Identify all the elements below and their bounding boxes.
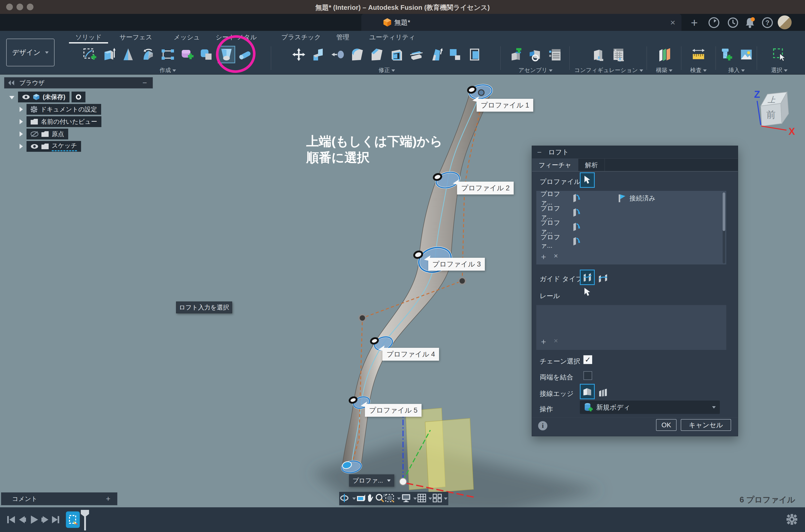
- guide-type-rails-button[interactable]: [581, 270, 594, 284]
- loft-dialog-titlebar[interactable]: − ロフト: [532, 146, 738, 159]
- rails-list-empty[interactable]: + ×: [536, 305, 727, 350]
- profile-select-button[interactable]: [581, 173, 594, 187]
- browser-item-named-views[interactable]: 名前の付いたビュー: [20, 116, 101, 127]
- bom-table-icon[interactable]: [547, 46, 563, 62]
- draft-icon[interactable]: [428, 46, 444, 62]
- notifications-bell-icon[interactable]: [743, 16, 756, 29]
- add-profile-button[interactable]: +: [541, 252, 546, 262]
- loft-icon[interactable]: [219, 46, 235, 62]
- profiles-scrollbar[interactable]: [723, 192, 725, 263]
- insert-fastener-icon[interactable]: [719, 46, 735, 62]
- insert-canvas-icon[interactable]: [738, 46, 754, 62]
- profiles-list[interactable]: プロファ... 接続済み プロファ... プロファ... プロファ... + ×: [536, 191, 727, 265]
- sweep-icon[interactable]: [140, 46, 156, 62]
- document-tab[interactable]: 無題* ×: [361, 14, 681, 31]
- cancel-button[interactable]: キャンセル: [681, 419, 731, 431]
- tab-close-icon[interactable]: ×: [670, 18, 675, 27]
- operation-dropdown[interactable]: 新規ボディ: [580, 401, 720, 414]
- look-at-icon[interactable]: [356, 494, 366, 503]
- origin-point[interactable]: [399, 478, 407, 485]
- new-tab-button[interactable]: +: [688, 16, 701, 29]
- zoom-icon[interactable]: ±: [375, 493, 385, 504]
- rule-pattern-icon[interactable]: [160, 46, 176, 62]
- chevron-right-icon[interactable]: [20, 107, 23, 112]
- chain-select-checkbox[interactable]: ✓: [583, 355, 592, 364]
- press-pull-icon[interactable]: [311, 46, 326, 62]
- job-status-clock-icon[interactable]: [726, 16, 740, 29]
- comments-panel-bar[interactable]: コメント +: [1, 492, 117, 505]
- group-label-modify[interactable]: 修正: [273, 66, 500, 74]
- ribbon-tab-manage[interactable]: 管理: [336, 33, 349, 41]
- group-label-inspect[interactable]: 検査: [682, 66, 714, 74]
- group-label-construct[interactable]: 構築: [649, 66, 680, 74]
- viewcube[interactable]: 上 前 Z X: [754, 89, 795, 137]
- profile-list-row[interactable]: プロファ...: [536, 220, 726, 234]
- flip-direction-icon[interactable]: [572, 193, 580, 203]
- ribbon-tab-mesh[interactable]: メッシュ: [174, 33, 200, 41]
- chamfer-icon[interactable]: [369, 46, 385, 62]
- browser-item-sketches[interactable]: スケッチ: [20, 141, 81, 152]
- fillet-icon[interactable]: [350, 46, 366, 62]
- eye-slash-icon[interactable]: [31, 131, 38, 137]
- display-dropdown-caret[interactable]: [413, 497, 417, 500]
- timeline-settings-gear-icon[interactable]: [786, 514, 797, 526]
- chevron-right-icon[interactable]: [20, 131, 23, 137]
- ribbon-tab-solid[interactable]: ソリッド: [75, 33, 102, 41]
- configuration-table-icon[interactable]: [611, 46, 626, 62]
- display-settings-icon[interactable]: [401, 494, 411, 504]
- revolve-icon[interactable]: [121, 46, 137, 62]
- extensions-icon[interactable]: [707, 16, 720, 29]
- orbit-icon[interactable]: [340, 493, 350, 504]
- add-comment-button[interactable]: +: [106, 494, 110, 503]
- sketch-node-1[interactable]: [459, 278, 466, 284]
- create-sketch-icon[interactable]: [81, 46, 97, 62]
- collapse-panel-icon[interactable]: [8, 80, 15, 86]
- ribbon-tab-surface[interactable]: サーフェス: [119, 33, 152, 41]
- profile-list-row[interactable]: プロファ...: [536, 205, 726, 220]
- pipe-icon[interactable]: [238, 46, 254, 62]
- chevron-right-icon[interactable]: [20, 119, 23, 124]
- zoom-dropdown-caret[interactable]: [397, 497, 401, 500]
- shell-icon[interactable]: [389, 46, 405, 62]
- timeline-playhead-marker[interactable]: [80, 509, 90, 531]
- ribbon-tab-utilities[interactable]: ユーティリティ: [369, 33, 415, 41]
- joint-icon[interactable]: [528, 46, 544, 62]
- ribbon-tab-plastic[interactable]: プラスチック: [281, 33, 321, 41]
- extrude-icon[interactable]: [101, 46, 117, 62]
- browser-item-document-settings[interactable]: ドキュメントの設定: [20, 104, 101, 115]
- browser-minimize-icon[interactable]: −: [142, 78, 147, 87]
- construct-plane-icon[interactable]: [656, 46, 672, 62]
- grid-settings-icon[interactable]: [417, 494, 426, 504]
- ribbon-tab-sheetmetal[interactable]: シート メタル: [216, 33, 257, 41]
- tab-analysis[interactable]: 解析: [578, 159, 605, 171]
- measure-icon[interactable]: [691, 46, 707, 62]
- orbit-dropdown-caret[interactable]: [352, 497, 356, 500]
- group-label-configuration[interactable]: コンフィギュレーション: [572, 66, 645, 74]
- zoom-window-icon[interactable]: [385, 493, 395, 504]
- profile-6-dropdown-label[interactable]: プロファ...: [349, 474, 394, 487]
- group-label-create[interactable]: 作成: [65, 66, 271, 74]
- add-rail-button[interactable]: +: [541, 337, 546, 347]
- guide-type-centerline-button[interactable]: [596, 271, 610, 285]
- profile-list-row[interactable]: プロファ... 接続済み: [536, 191, 726, 205]
- viewports-icon[interactable]: [433, 494, 442, 504]
- select-icon[interactable]: [771, 46, 787, 62]
- browser-item-origin[interactable]: 原点: [20, 129, 68, 139]
- workspace-selector-button[interactable]: デザイン: [6, 39, 55, 66]
- ok-button[interactable]: OK: [656, 419, 677, 431]
- create-form-icon[interactable]: [180, 46, 195, 62]
- construction-plane-2[interactable]: [425, 418, 473, 493]
- profile-list-row[interactable]: プロファ...: [536, 234, 726, 248]
- browser-root-row[interactable]: (未保存): [9, 92, 86, 102]
- timeline-sketch-feature[interactable]: [66, 511, 80, 528]
- boundary-fill-icon[interactable]: [199, 46, 215, 62]
- pan-icon[interactable]: [367, 493, 375, 504]
- flip-direction-icon[interactable]: [572, 222, 580, 231]
- join-ends-checkbox[interactable]: [583, 371, 592, 380]
- info-icon[interactable]: i: [538, 421, 547, 431]
- user-avatar[interactable]: [778, 15, 792, 29]
- chevron-right-icon[interactable]: [20, 144, 23, 149]
- scale-icon[interactable]: [447, 46, 463, 62]
- profile-1-centerpoint[interactable]: [479, 90, 484, 95]
- chevron-down-icon[interactable]: [9, 96, 14, 99]
